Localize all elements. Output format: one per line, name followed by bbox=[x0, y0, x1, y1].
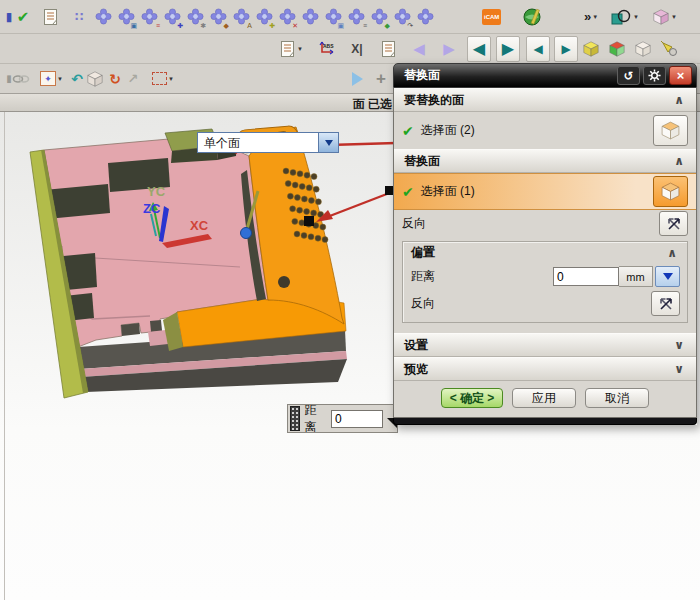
feature-icon-2[interactable]: ▣ bbox=[117, 6, 135, 28]
shaded-cube-icon[interactable] bbox=[582, 38, 600, 60]
export-part-icon[interactable] bbox=[42, 6, 60, 28]
back-arrow-icon[interactable]: ◀ bbox=[410, 38, 428, 60]
section-settings[interactable]: 设置 ∨ bbox=[394, 333, 696, 357]
drag-grip-icon[interactable] bbox=[290, 406, 300, 431]
dialog-title-bar[interactable]: 替换面 ↺ × bbox=[393, 63, 697, 88]
spotlight-icon[interactable] bbox=[660, 38, 678, 60]
collapse-icon[interactable]: ∧ bbox=[674, 155, 684, 167]
selection-filter-dropdown-button[interactable] bbox=[318, 132, 339, 153]
feature-icon-14[interactable]: ↷ bbox=[393, 6, 411, 28]
measure-x-icon[interactable]: X| bbox=[348, 38, 366, 60]
apply-button[interactable]: 应用 bbox=[512, 388, 576, 408]
feature-icon-8[interactable]: ✚ bbox=[255, 6, 273, 28]
feature-icon-4[interactable]: ✚ bbox=[163, 6, 181, 28]
distance-widget-label: 距离 bbox=[304, 404, 327, 433]
offset-reverse-button[interactable] bbox=[651, 291, 680, 316]
distance-label: 距离 bbox=[411, 268, 435, 285]
toolbar-row-navigation: ▼ ABSX| ◀▶◀▶◀▶ bbox=[0, 34, 700, 64]
offset-group-header[interactable]: 偏置 ∧ bbox=[403, 242, 687, 263]
face-cube-icon[interactable] bbox=[608, 38, 626, 60]
unit-dropdown-button[interactable] bbox=[655, 266, 680, 287]
undo-swoosh-icon[interactable]: ↶ bbox=[68, 68, 86, 90]
selection-marker-square bbox=[304, 216, 314, 226]
bore-hole bbox=[278, 276, 290, 288]
csys-abs-icon[interactable]: ABS bbox=[318, 38, 336, 60]
notebook-icon[interactable]: ▼ bbox=[280, 38, 303, 60]
face-select-button[interactable] bbox=[653, 115, 688, 146]
gray-cursor-icon[interactable]: ↗ bbox=[124, 68, 142, 90]
replacement-face-select-button[interactable] bbox=[653, 176, 688, 207]
shape-overlap-icon[interactable]: ▼ bbox=[610, 6, 639, 28]
prev-feature-icon[interactable]: ◀ bbox=[467, 36, 491, 62]
feature-icon-7[interactable]: A bbox=[232, 6, 250, 28]
collapse-icon[interactable]: ∧ bbox=[667, 247, 677, 259]
approve-check-icon[interactable]: ✔ bbox=[14, 6, 32, 28]
collapse-icon[interactable]: ∧ bbox=[674, 94, 684, 106]
section-faces-to-replace[interactable]: 要替换的面 ∧ bbox=[394, 88, 696, 112]
ball-cube-icon[interactable] bbox=[86, 68, 104, 90]
distance-widget-input[interactable] bbox=[331, 410, 383, 428]
undo-icon: ↺ bbox=[623, 69, 633, 83]
feature-icon-13[interactable]: ◆ bbox=[370, 6, 388, 28]
selection-filter-combobox[interactable]: 单个面 bbox=[197, 132, 339, 153]
offset-reverse-label: 反向 bbox=[411, 295, 435, 312]
close-button[interactable]: × bbox=[669, 66, 692, 85]
link-chain-icon[interactable] bbox=[12, 68, 30, 90]
feature-icon-15[interactable] bbox=[416, 6, 434, 28]
feature-icon-12[interactable]: ≡ bbox=[347, 6, 365, 28]
chevron-down-icon: ▼ bbox=[57, 76, 63, 82]
drag-handle-ball[interactable] bbox=[241, 228, 252, 239]
display-cube-icon[interactable]: ▼ bbox=[652, 6, 677, 28]
expand-icon[interactable]: ∨ bbox=[674, 363, 684, 375]
chevron-down-icon bbox=[325, 140, 333, 146]
cancel-button[interactable]: 取消 bbox=[585, 388, 649, 408]
pan-cross-icon[interactable]: + bbox=[372, 68, 390, 90]
selection-filter-value[interactable]: 单个面 bbox=[197, 132, 318, 153]
reverse-direction-row: 反向 bbox=[394, 210, 696, 237]
wcs-zc-label: ZC bbox=[143, 201, 161, 216]
preview-title: 预览 bbox=[404, 361, 428, 378]
next-feature-icon[interactable]: ▶ bbox=[496, 36, 520, 62]
pattern-dots-icon[interactable]: ∷ bbox=[70, 6, 88, 28]
section-replacement-face[interactable]: 替换面 ∧ bbox=[394, 149, 696, 173]
cube-icon bbox=[660, 120, 681, 141]
section-preview[interactable]: 预览 ∨ bbox=[394, 357, 696, 381]
feature-icon-3[interactable]: ≡ bbox=[140, 6, 158, 28]
distance-onscreen-widget[interactable]: 距离 bbox=[287, 404, 398, 433]
reset-button[interactable]: ↺ bbox=[617, 66, 640, 85]
next-step-icon[interactable]: ▶ bbox=[554, 36, 578, 62]
icam-icon[interactable]: iCAM bbox=[482, 6, 501, 28]
forward-arrow-icon[interactable]: ▶ bbox=[440, 38, 458, 60]
expand-icon[interactable]: ∨ bbox=[674, 339, 684, 351]
section-title: 要替换的面 bbox=[404, 92, 464, 109]
next-arrow-icon[interactable] bbox=[348, 68, 366, 90]
status-text: 面 已选 bbox=[353, 96, 392, 113]
cube-icon bbox=[660, 181, 681, 202]
feature-icon-9[interactable]: ✕ bbox=[278, 6, 296, 28]
feature-icon-10[interactable] bbox=[301, 6, 319, 28]
feature-icon-5[interactable]: ✱ bbox=[186, 6, 204, 28]
feature-icon-6[interactable]: ◆ bbox=[209, 6, 227, 28]
select-faces-row[interactable]: ✔ 选择面 (2) bbox=[394, 112, 696, 149]
step-shadow bbox=[150, 320, 162, 332]
dialog-options-button[interactable] bbox=[643, 66, 666, 85]
globe-icon[interactable] bbox=[522, 6, 542, 28]
prev-step-icon[interactable]: ◀ bbox=[526, 36, 550, 62]
sheet-list-icon[interactable] bbox=[380, 38, 398, 60]
rotate-orient-icon[interactable]: ↻ bbox=[106, 68, 124, 90]
snap-point-icon[interactable]: ✦▼ bbox=[40, 68, 63, 90]
offset-reverse-row: 反向 bbox=[403, 290, 687, 317]
select-rectangle-icon[interactable]: ▼ bbox=[152, 68, 174, 90]
wireframe-cube-icon[interactable] bbox=[634, 38, 652, 60]
overflow-chevrons-icon[interactable]: »▼ bbox=[582, 6, 600, 28]
reverse-direction-button[interactable] bbox=[659, 211, 688, 236]
select-replacement-face-row[interactable]: ✔ 选择面 (1) bbox=[394, 173, 696, 210]
distance-input[interactable] bbox=[553, 267, 619, 286]
unit-dropdown[interactable]: mm bbox=[619, 266, 653, 287]
offset-title: 偏置 bbox=[411, 244, 435, 261]
ok-button[interactable]: < 确定 > bbox=[441, 388, 503, 408]
dialog-resize-bar[interactable] bbox=[393, 418, 697, 425]
feature-icon-1[interactable] bbox=[94, 6, 112, 28]
feature-icon-11[interactable]: ▣ bbox=[324, 6, 342, 28]
offset-group: 偏置 ∧ 距离 mm 反向 bbox=[402, 241, 688, 323]
